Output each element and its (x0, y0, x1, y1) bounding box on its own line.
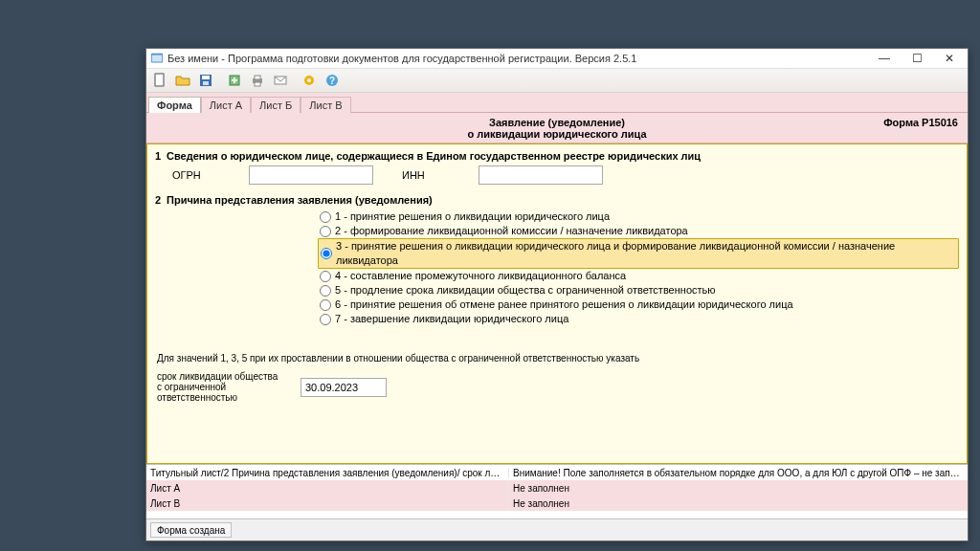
status-text: Форма создана (150, 522, 232, 538)
reason-radio-7[interactable] (320, 314, 331, 325)
reason-radio-5[interactable] (320, 285, 331, 297)
section-2-note: Для значений 1, 3, 5 при их проставлении… (157, 353, 959, 364)
svg-rect-9 (255, 82, 260, 86)
form-title-line2: о ликвидации юридического лица (154, 128, 960, 140)
grid-row[interactable]: Лист В Не заполнен (146, 496, 968, 511)
reason-radio-1[interactable] (320, 211, 331, 223)
reason-option-6[interactable]: 6 - принятие решения об отмене ранее при… (318, 298, 959, 312)
tab-form[interactable]: Форма (148, 97, 201, 113)
reason-radio-6[interactable] (320, 299, 331, 311)
settings-gear-icon[interactable] (299, 71, 320, 90)
statusbar: Форма создана (146, 518, 968, 540)
section-1-title: 1Сведения о юридическом лице, содержащие… (155, 150, 959, 162)
grid-row[interactable]: Лист А Не заполнен (146, 480, 968, 496)
reason-radio-2[interactable] (320, 226, 331, 237)
svg-rect-1 (152, 55, 163, 62)
ogrn-input[interactable] (249, 165, 373, 185)
tabs-bar: Форма Лист А Лист Б Лист В (146, 93, 968, 113)
svg-rect-5 (203, 81, 209, 85)
svg-rect-2 (155, 74, 164, 86)
liquidation-term-input[interactable] (301, 378, 387, 397)
svg-rect-8 (255, 76, 260, 79)
liquidation-term-label: срок ликвидации общества с ограниченной … (157, 371, 281, 403)
grid-cell-msg: Не заполнен (509, 498, 968, 509)
reason-radio-3[interactable] (321, 248, 332, 259)
grid-cell-path: Лист В (146, 498, 509, 509)
grid-row[interactable]: Титульный лист/2 Причина представления з… (146, 465, 968, 480)
toolbar: ? (146, 69, 968, 93)
inn-input[interactable] (479, 165, 603, 185)
window-title: Без имени - Программа подготовки докумен… (167, 53, 868, 64)
inn-label: ИНН (402, 169, 450, 181)
form-code: Форма Р15016 (883, 117, 958, 128)
ogrn-label: ОГРН (172, 169, 220, 181)
new-document-icon[interactable] (149, 71, 170, 90)
form-body: 1Сведения о юридическом лице, содержащие… (146, 143, 968, 464)
svg-rect-4 (202, 76, 210, 79)
app-icon (150, 52, 164, 65)
app-window: Без имени - Программа подготовки докумен… (145, 48, 969, 541)
reason-option-4[interactable]: 4 - составление промежуточного ликвидаци… (318, 269, 959, 283)
open-folder-icon[interactable] (172, 71, 193, 90)
grid-cell-path: Титульный лист/2 Причина представления з… (146, 468, 509, 478)
form-header: Заявление (уведомление) о ликвидации юри… (146, 113, 968, 143)
reason-radio-4[interactable] (320, 271, 331, 282)
help-icon[interactable]: ? (322, 71, 343, 90)
section-2-title: 2Причина представления заявления (уведом… (155, 194, 959, 206)
grid-cell-path: Лист А (146, 483, 509, 494)
reason-option-5[interactable]: 5 - продление срока ликвидации общества … (318, 283, 959, 298)
close-button[interactable]: ✕ (933, 49, 966, 68)
titlebar: Без имени - Программа подготовки докумен… (146, 49, 968, 69)
print-icon[interactable] (247, 71, 268, 90)
save-icon[interactable] (195, 71, 216, 90)
reason-option-3[interactable]: 3 - принятие решения о ликвидации юридич… (318, 238, 959, 269)
minimize-button[interactable]: — (868, 49, 901, 68)
export-icon[interactable] (224, 71, 245, 90)
reason-option-1[interactable]: 1 - принятие решения о ликвидации юридич… (318, 209, 959, 224)
reason-option-7[interactable]: 7 - завершение ликвидации юридического л… (318, 312, 959, 326)
reason-radio-group: 1 - принятие решения о ликвидации юридич… (318, 209, 959, 326)
svg-point-12 (307, 78, 311, 82)
maximize-button[interactable]: ☐ (901, 49, 933, 68)
reason-option-2[interactable]: 2 - формирование ликвидационной комиссии… (318, 224, 959, 238)
grid-cell-msg: Внимание! Поле заполняется в обязательно… (509, 468, 968, 478)
mail-icon[interactable] (270, 71, 291, 90)
form-title-line1: Заявление (уведомление) (154, 117, 960, 128)
svg-text:?: ? (329, 76, 335, 86)
grid-cell-msg: Не заполнен (509, 483, 968, 494)
tab-sheet-a[interactable]: Лист А (201, 97, 251, 113)
tab-sheet-v[interactable]: Лист В (301, 97, 350, 113)
validation-grid: Титульный лист/2 Причина представления з… (146, 464, 968, 518)
tab-sheet-b[interactable]: Лист Б (251, 97, 301, 113)
